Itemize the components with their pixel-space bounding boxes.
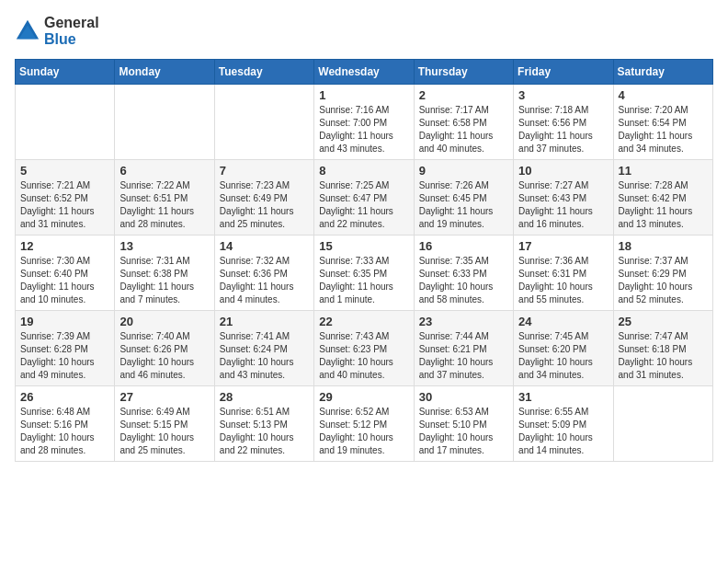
day-info: Sunset: 6:38 PM [119, 268, 209, 281]
day-number: 25 [619, 315, 708, 328]
day-info: Sunrise: 7:43 AM [319, 330, 408, 343]
calendar-day-cell [613, 386, 712, 462]
day-info: Sunrise: 7:20 AM [619, 104, 708, 117]
day-info: Sunset: 6:54 PM [619, 117, 708, 130]
logo-blue: Blue [44, 31, 76, 47]
calendar-day-cell: 27Sunrise: 6:49 AMSunset: 5:15 PMDayligh… [115, 386, 214, 462]
day-info: Sunrise: 7:21 AM [20, 179, 109, 192]
calendar-day-cell: 18Sunrise: 7:37 AMSunset: 6:29 PMDayligh… [613, 236, 712, 311]
day-of-week-header: Wednesday [314, 60, 414, 85]
page-header: General Blue [15, 15, 713, 48]
day-info: Sunset: 7:00 PM [319, 117, 408, 130]
day-of-week-header: Thursday [414, 60, 513, 85]
day-number: 18 [619, 239, 708, 253]
day-info: Daylight: 11 hours and 37 minutes. [518, 130, 608, 155]
calendar-day-cell: 3Sunrise: 7:18 AMSunset: 6:56 PMDaylight… [514, 85, 613, 160]
day-number: 31 [518, 390, 608, 404]
day-number: 10 [518, 164, 608, 178]
day-info: Sunrise: 7:45 AM [518, 330, 608, 343]
day-info: Sunrise: 6:49 AM [119, 406, 209, 419]
day-number: 4 [619, 88, 708, 102]
calendar-day-cell: 8Sunrise: 7:25 AMSunset: 6:47 PMDaylight… [314, 160, 414, 236]
calendar-day-cell: 15Sunrise: 7:33 AMSunset: 6:35 PMDayligh… [314, 236, 414, 311]
day-info: Sunrise: 7:26 AM [419, 179, 508, 192]
calendar-day-cell: 26Sunrise: 6:48 AMSunset: 5:16 PMDayligh… [16, 386, 115, 462]
day-info: Sunset: 5:13 PM [220, 419, 309, 431]
calendar-day-cell: 31Sunrise: 6:55 AMSunset: 5:09 PMDayligh… [514, 386, 613, 462]
day-info: Daylight: 10 hours and 49 minutes. [20, 356, 109, 382]
day-info: Sunrise: 7:35 AM [419, 255, 508, 268]
day-info: Daylight: 11 hours and 40 minutes. [419, 130, 508, 155]
day-number: 12 [20, 239, 109, 253]
day-info: Sunrise: 6:48 AM [20, 406, 109, 419]
day-info: Sunset: 6:40 PM [20, 268, 109, 281]
day-of-week-header: Monday [115, 60, 214, 85]
calendar-day-cell: 5Sunrise: 7:21 AMSunset: 6:52 PMDaylight… [16, 160, 115, 236]
calendar-day-cell: 16Sunrise: 7:35 AMSunset: 6:33 PMDayligh… [414, 236, 513, 311]
calendar-day-cell: 19Sunrise: 7:39 AMSunset: 6:28 PMDayligh… [16, 311, 115, 386]
day-info: Sunrise: 7:25 AM [319, 179, 408, 192]
logo-general: General [44, 15, 99, 30]
day-number: 23 [419, 315, 508, 328]
day-info: Sunset: 6:49 PM [220, 192, 309, 205]
day-info: Daylight: 10 hours and 31 minutes. [619, 356, 708, 382]
day-info: Sunrise: 7:37 AM [619, 255, 708, 268]
calendar-day-cell: 17Sunrise: 7:36 AMSunset: 6:31 PMDayligh… [514, 236, 613, 311]
calendar-day-cell: 28Sunrise: 6:51 AMSunset: 5:13 PMDayligh… [214, 386, 313, 462]
day-number: 29 [319, 390, 408, 404]
day-number: 20 [119, 315, 209, 328]
day-info: Daylight: 11 hours and 7 minutes. [119, 281, 209, 306]
calendar-day-cell: 12Sunrise: 7:30 AMSunset: 6:40 PMDayligh… [16, 236, 115, 311]
day-info: Sunrise: 7:31 AM [119, 255, 209, 268]
calendar-day-cell: 25Sunrise: 7:47 AMSunset: 6:18 PMDayligh… [613, 311, 712, 386]
day-number: 22 [319, 315, 408, 328]
day-info: Sunset: 6:45 PM [419, 192, 508, 205]
calendar-week-row: 26Sunrise: 6:48 AMSunset: 5:16 PMDayligh… [16, 386, 713, 462]
day-info: Daylight: 11 hours and 34 minutes. [619, 130, 708, 155]
day-info: Daylight: 10 hours and 14 minutes. [518, 431, 608, 457]
day-info: Sunset: 6:31 PM [518, 268, 608, 281]
day-info: Daylight: 10 hours and 46 minutes. [119, 356, 209, 382]
day-info: Sunset: 6:28 PM [20, 343, 109, 356]
day-info: Sunrise: 7:18 AM [518, 104, 608, 117]
day-info: Daylight: 10 hours and 28 minutes. [20, 431, 109, 457]
day-info: Sunrise: 7:27 AM [518, 179, 608, 192]
day-info: Sunset: 5:10 PM [419, 419, 508, 431]
calendar-day-cell: 29Sunrise: 6:52 AMSunset: 5:12 PMDayligh… [314, 386, 414, 462]
day-info: Daylight: 10 hours and 17 minutes. [419, 431, 508, 457]
day-info: Sunrise: 6:52 AM [319, 406, 408, 419]
calendar-day-cell: 9Sunrise: 7:26 AMSunset: 6:45 PMDaylight… [414, 160, 513, 236]
day-number: 7 [220, 164, 309, 178]
day-info: Sunset: 6:20 PM [518, 343, 608, 356]
day-info: Daylight: 11 hours and 19 minutes. [419, 205, 508, 231]
day-info: Sunrise: 7:36 AM [518, 255, 608, 268]
calendar-day-cell: 4Sunrise: 7:20 AMSunset: 6:54 PMDaylight… [613, 85, 712, 160]
day-number: 1 [319, 88, 408, 102]
day-number: 11 [619, 164, 708, 178]
day-info: Sunset: 6:51 PM [119, 192, 209, 205]
day-info: Sunrise: 7:32 AM [220, 255, 309, 268]
day-info: Daylight: 10 hours and 43 minutes. [220, 356, 309, 382]
day-of-week-header: Sunday [16, 60, 115, 85]
day-info: Sunset: 6:35 PM [319, 268, 408, 281]
day-number: 9 [419, 164, 508, 178]
day-info: Daylight: 11 hours and 1 minute. [319, 281, 408, 306]
calendar-header-row: SundayMondayTuesdayWednesdayThursdayFrid… [16, 60, 713, 85]
day-info: Sunset: 6:43 PM [518, 192, 608, 205]
day-number: 14 [220, 239, 309, 253]
calendar-day-cell: 22Sunrise: 7:43 AMSunset: 6:23 PMDayligh… [314, 311, 414, 386]
day-number: 13 [119, 239, 209, 253]
calendar-table: SundayMondayTuesdayWednesdayThursdayFrid… [15, 59, 713, 462]
day-info: Daylight: 10 hours and 25 minutes. [119, 431, 209, 457]
day-number: 3 [518, 88, 608, 102]
day-info: Daylight: 11 hours and 10 minutes. [20, 281, 109, 306]
logo-icon [15, 18, 40, 44]
day-info: Daylight: 11 hours and 28 minutes. [119, 205, 209, 231]
calendar-day-cell: 14Sunrise: 7:32 AMSunset: 6:36 PMDayligh… [214, 236, 313, 311]
calendar-week-row: 12Sunrise: 7:30 AMSunset: 6:40 PMDayligh… [16, 236, 713, 311]
day-info: Daylight: 11 hours and 25 minutes. [220, 205, 309, 231]
calendar-day-cell: 20Sunrise: 7:40 AMSunset: 6:26 PMDayligh… [115, 311, 214, 386]
calendar-day-cell: 24Sunrise: 7:45 AMSunset: 6:20 PMDayligh… [514, 311, 613, 386]
day-info: Daylight: 11 hours and 13 minutes. [619, 205, 708, 231]
calendar-day-cell [115, 85, 214, 160]
